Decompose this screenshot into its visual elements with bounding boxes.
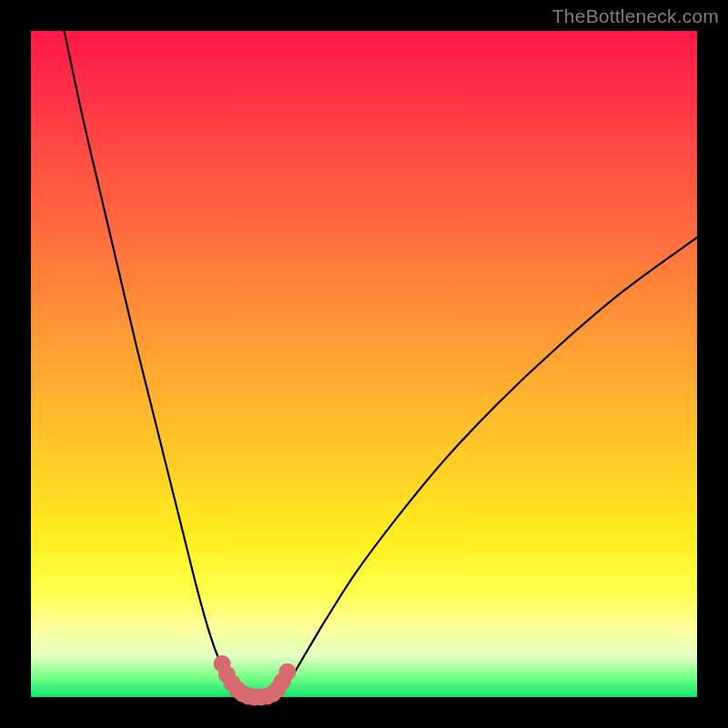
- curve-layer: [31, 31, 697, 697]
- trough-marker: [278, 663, 296, 681]
- left-curve: [65, 31, 248, 697]
- right-curve: [278, 238, 697, 697]
- plot-area: [31, 31, 697, 697]
- chart-frame: TheBottleneck.com: [0, 0, 728, 728]
- trough-markers: [214, 655, 297, 706]
- watermark-label: TheBottleneck.com: [552, 5, 719, 27]
